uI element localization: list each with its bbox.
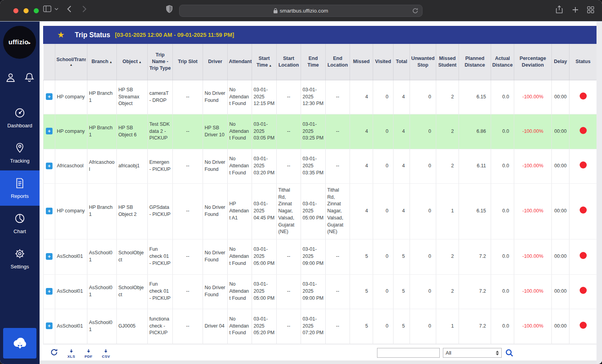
favorite-star-icon[interactable]: ★ <box>57 30 65 40</box>
sidebar-item-reports[interactable]: Reports <box>0 170 40 206</box>
cell-school: HP company <box>55 114 87 149</box>
download-arrow-icon <box>103 348 108 355</box>
cell-driver: No Driver Found <box>203 183 228 239</box>
sidebar-item-settings[interactable]: Settings <box>0 241 40 276</box>
cell-attendant: HP Attendant A1 <box>228 183 252 239</box>
expand-row-button[interactable]: + <box>46 93 53 100</box>
cell-end-time: 03-01-2025 09:00 PM <box>301 239 326 274</box>
sort-asc-icon: ▲ <box>268 64 272 67</box>
column-header-end-location[interactable]: End Location <box>326 44 350 80</box>
column-header-delay[interactable]: Delay <box>552 44 569 80</box>
cell-object: HP SB Object 6 <box>117 114 148 149</box>
cell-object: HP SB Streamax Object <box>117 80 148 114</box>
cell-actual-distance: 0.0 <box>491 80 514 114</box>
column-header-visited[interactable]: Visited <box>373 44 393 80</box>
new-tab-icon[interactable] <box>572 7 578 13</box>
shield-icon[interactable] <box>166 5 172 13</box>
expand-row-button[interactable]: + <box>46 288 53 295</box>
chevron-down-icon[interactable] <box>54 8 58 11</box>
cell-missed: 5 <box>350 274 373 309</box>
expand-column-header <box>44 44 55 80</box>
column-header-percentage-deviation[interactable]: Percentage Deviation <box>514 44 552 80</box>
cell-school: AsSchool01 <box>55 274 87 309</box>
reports-document-icon <box>14 177 26 191</box>
cell-end-time: 03-01-2025 03:25 PM <box>301 114 326 149</box>
export-csv-button[interactable]: CSV <box>102 348 110 359</box>
column-header-status[interactable]: Status <box>569 44 597 80</box>
cell-start-location: -- <box>277 309 301 344</box>
sidebar-item-label: Tracking <box>10 158 29 164</box>
forward-button[interactable] <box>82 5 87 13</box>
address-bar[interactable]: smartbus.uffizio.com <box>179 5 422 17</box>
sort-asc-icon: ▲ <box>56 63 86 67</box>
column-header-school[interactable]: School/Transport▲ <box>55 44 87 80</box>
export-pdf-button[interactable]: PDF <box>85 348 92 359</box>
cell-branch: HP Branch 1 <box>87 183 117 239</box>
reload-icon[interactable] <box>412 7 419 14</box>
cell-actual-distance: 0.0 <box>491 239 514 274</box>
cell-school: AsSchool01 <box>55 309 87 344</box>
cell-delay: 00:00 <box>552 183 569 239</box>
cell-driver: No Driver Found <box>203 274 228 309</box>
close-button[interactable] <box>13 8 18 13</box>
minimize-button[interactable] <box>24 8 29 13</box>
back-button[interactable] <box>67 5 71 13</box>
cell-start-time: 03-01-2025 04:45 PM <box>252 183 277 239</box>
sidebar-toggle-icon[interactable] <box>43 5 51 12</box>
column-header-branch[interactable]: Branch ▲ <box>87 44 117 80</box>
column-header-driver[interactable]: Driver <box>203 44 228 80</box>
column-header-planned-distance[interactable]: Planned Distance <box>459 44 491 80</box>
cell-status <box>569 309 597 344</box>
column-header-trip-name-trip-type[interactable]: Trip Name - Trip Type <box>148 44 173 80</box>
cell-driver: HP SB Driver 10 <box>203 114 228 149</box>
refresh-icon[interactable] <box>50 348 58 358</box>
export-xls-button[interactable]: XLS <box>67 348 75 359</box>
table-footer-toolbar: XLSPDFCSV All <box>43 344 597 362</box>
share-icon[interactable] <box>556 5 563 14</box>
column-header-end-time[interactable]: End Time <box>301 44 326 80</box>
cloud-download-button[interactable] <box>3 328 36 359</box>
download-arrow-icon <box>69 348 74 355</box>
notifications-bell-icon[interactable] <box>24 72 35 85</box>
cell-start-location: -- <box>277 114 301 149</box>
column-header-trip-slot[interactable]: Trip Slot <box>173 44 203 80</box>
search-input[interactable] <box>377 348 440 358</box>
column-header-unwanted-stop[interactable]: Unwanted Stop <box>410 44 436 80</box>
column-header-actual-distance[interactable]: Actual Distance <box>491 44 514 80</box>
search-button[interactable] <box>505 348 514 358</box>
expand-row-button[interactable]: + <box>46 208 53 214</box>
cell-status <box>569 114 597 149</box>
sidebar-item-dashboard[interactable]: Dashboard <box>0 100 40 135</box>
column-header-attendant[interactable]: Attendant <box>228 44 252 80</box>
expand-row-button[interactable]: + <box>46 128 53 134</box>
sidebar-item-chart[interactable]: Chart <box>0 206 40 241</box>
column-header-start-time[interactable]: Start Time ▲ <box>252 44 277 80</box>
cell-visited: 0 <box>373 80 393 114</box>
tab-overview-icon[interactable] <box>587 6 594 13</box>
column-header-missed[interactable]: Missed <box>350 44 373 80</box>
cell-missed-student: 1 <box>436 183 459 239</box>
expand-row-button[interactable]: + <box>46 253 53 260</box>
lock-icon <box>274 8 277 13</box>
expand-row-button[interactable]: + <box>46 163 53 169</box>
sort-asc-icon: ▲ <box>108 60 112 64</box>
cell-branch: AsSchool01 <box>87 239 117 274</box>
scroll-gutter[interactable] <box>597 22 602 364</box>
sidebar-item-tracking[interactable]: Tracking <box>0 135 40 170</box>
cell-driver: No Driver Found <box>203 239 228 274</box>
column-header-missed-student[interactable]: Missed Student <box>436 44 459 80</box>
zoom-button[interactable] <box>34 8 39 13</box>
cell-end-location: -- <box>326 114 350 149</box>
user-icon[interactable] <box>5 72 16 85</box>
cell-planned-distance: 7.2 <box>459 309 491 344</box>
cell-delay: 00:00 <box>552 309 569 344</box>
column-header-object[interactable]: Object ▲ <box>117 44 148 80</box>
expand-row-button[interactable]: + <box>46 322 53 329</box>
table-row: +HP companyHP Branch 1HP SB Object 2GPSd… <box>44 183 597 239</box>
cell-planned-distance: 6.11 <box>459 149 491 183</box>
cell-delay: 00:00 <box>552 149 569 183</box>
column-header-total[interactable]: Total <box>393 44 410 80</box>
column-filter-select[interactable]: All <box>443 348 502 358</box>
cell-end-location: -- <box>326 274 350 309</box>
column-header-start-location[interactable]: Start Location <box>277 44 301 80</box>
